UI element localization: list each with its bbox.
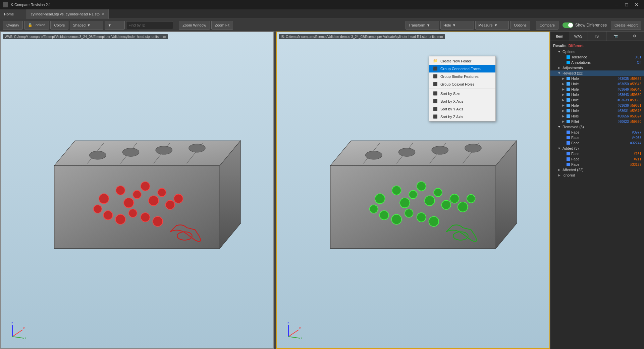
compare-button[interactable]: Compare — [536, 21, 558, 30]
settings-icon: ⚙ — [633, 34, 636, 38]
hole-row-7[interactable]: ▶ Hole #63631 #59676 — [550, 108, 644, 113]
hole-1-id2: #59559 — [630, 77, 641, 81]
added-face-2-label: Face — [571, 157, 633, 161]
ctx-sort-by-y-axis[interactable]: ⬛ Sort by Y Axis — [429, 105, 495, 113]
measure-dropdown[interactable]: Measure ▼ — [475, 21, 509, 30]
hole-2-icon — [567, 82, 570, 86]
title-bar: K-Compare Revision 2.1 ─ □ ✕ — [0, 0, 644, 9]
options-row[interactable]: ▼ Options — [550, 49, 644, 54]
added-face-1-arrow — [561, 152, 565, 156]
svg-point-26 — [174, 194, 183, 203]
close-button[interactable]: ✕ — [632, 1, 641, 8]
hole-row-6[interactable]: ▶ Hole #63636 #59661 — [550, 103, 644, 108]
overlay-button[interactable]: Overlay — [3, 21, 23, 30]
colors-button[interactable]: Colors — [50, 21, 68, 30]
added-face-2[interactable]: Face #211 — [550, 156, 644, 162]
svg-point-43 — [398, 148, 415, 156]
hole-3-id2: #59646 — [630, 88, 641, 91]
shaded-dropdown[interactable]: Shaded ▼ — [70, 21, 103, 30]
annotations-arrow — [561, 60, 565, 64]
ctx-create-new-folder[interactable]: 📁 Create New Folder — [429, 57, 495, 65]
panel-tab-settings[interactable]: ⚙ — [625, 32, 644, 41]
toggle-knob — [568, 23, 573, 28]
panel-tab-is[interactable]: IS — [588, 32, 607, 41]
added-label: Added (3) — [562, 146, 641, 150]
svg-point-54 — [380, 210, 389, 219]
panel-tab-was[interactable]: WAS — [569, 32, 588, 41]
ignored-row[interactable]: ▶ Ignored — [550, 172, 644, 178]
added-row[interactable]: ▼ Added (3) — [550, 146, 644, 151]
svg-point-57 — [417, 213, 426, 222]
removed-row[interactable]: ▼ Removed (3) — [550, 124, 644, 130]
maximize-button[interactable]: □ — [622, 1, 631, 8]
added-face-3[interactable]: Face #33122 — [550, 162, 644, 167]
ignored-label: Ignored — [562, 173, 641, 177]
panel-tab-item[interactable]: Item — [550, 32, 569, 41]
hole-row-5[interactable]: ▶ Hole #63639 #59653 — [550, 97, 644, 103]
show-differences-toggle[interactable] — [562, 22, 573, 28]
ctx-sort-by-x-axis[interactable]: ⬛ Sort by X Axis — [429, 97, 495, 105]
transform-dropdown[interactable]: Transform ▼ — [406, 21, 439, 30]
is-viewport-label: IS: C:/temp/k-compare/Esempi/Validate de… — [279, 34, 445, 39]
tab-compare[interactable]: cylinder-head.stp vs. cylinder-head R1.s… — [27, 9, 109, 19]
svg-text:X: X — [299, 327, 301, 330]
hole-7-id1: #63631 — [618, 109, 629, 113]
annotations-row: Annotations Off — [550, 60, 644, 65]
ctx-group-connected-faces[interactable]: ⬛ Group Connected Faces — [429, 65, 495, 72]
panel-tabs: Item WAS IS 📷 ⚙ — [550, 32, 644, 41]
ctx-sort-by-z-axis[interactable]: ⬛ Sort by Z Axis — [429, 113, 495, 120]
ctx-sort-by-x-label: Sort by X Axis — [440, 99, 463, 103]
removed-face-1-id: #3977 — [632, 131, 641, 134]
removed-face-3[interactable]: Face #32744 — [550, 140, 644, 146]
adjustments-label: Adjustments — [562, 66, 641, 70]
ctx-group-coaxial-holes-label: Group Coaxial Holes — [440, 82, 475, 86]
locked-button[interactable]: 🔒 Locked — [24, 21, 49, 30]
ctx-sort-by-size[interactable]: ⬛ Sort by Size — [429, 90, 495, 97]
svg-point-25 — [94, 205, 102, 213]
panel-content[interactable]: Results Different ▼ Options Tolerance 0.… — [550, 41, 644, 349]
hide-dropdown[interactable]: Hide ▼ — [440, 21, 474, 30]
fillet-row[interactable]: ▶ Fillet #60623 #59590 — [550, 119, 644, 124]
svg-point-53 — [442, 200, 451, 209]
tab-home[interactable]: Home — [0, 9, 27, 19]
svg-point-49 — [409, 190, 417, 199]
removed-face-2[interactable]: Face #4058 — [550, 135, 644, 140]
hole-row-4[interactable]: ▶ Hole #63643 #59650 — [550, 92, 644, 97]
panel-tab-camera[interactable]: 📷 — [606, 32, 625, 41]
adjustments-row[interactable]: ▶ Adjustments — [550, 65, 644, 70]
secondary-dropdown-arrow: ▼ — [108, 23, 111, 27]
zoom-fit-button[interactable]: Zoom Fit — [211, 21, 233, 30]
hole-row-1[interactable]: ▶ Hole #63035 #59559 — [550, 76, 644, 81]
was-viewport[interactable]: WAS: C:/temp/k-compare/Esempi/Validate d… — [0, 32, 274, 349]
removed-face-3-label: Face — [571, 141, 630, 145]
removed-face-1[interactable]: Face #3977 — [550, 130, 644, 135]
hole-7-label: Hole — [571, 109, 618, 113]
hole-row-8[interactable]: ▶ Hole #60656 #59624 — [550, 113, 644, 119]
tab-compare-close[interactable]: ✕ — [102, 12, 104, 16]
options-button[interactable]: Options — [510, 21, 530, 30]
hole-row-3[interactable]: ▶ Hole #63646 #59646 — [550, 87, 644, 92]
svg-line-28 — [12, 330, 22, 337]
secondary-dropdown[interactable]: ▼ — [105, 21, 125, 30]
svg-point-60 — [450, 194, 459, 203]
added-face-3-label: Face — [571, 162, 629, 166]
revised-row[interactable]: ▼ Revised (22) — [550, 70, 644, 76]
ctx-group-coaxial-holes[interactable]: ⬛ Group Coaxial Holes — [429, 80, 495, 88]
panel-tab-item-label: Item — [556, 34, 563, 38]
create-report-button[interactable]: Create Report — [611, 21, 641, 30]
annotations-label: Annotations — [571, 60, 637, 64]
hole-3-icon — [567, 88, 570, 91]
svg-point-19 — [166, 200, 175, 209]
zoom-window-button[interactable]: Zoom Window — [179, 21, 210, 30]
added-face-1[interactable]: Face #151 — [550, 151, 644, 156]
affected-row[interactable]: ▶ Affected (22) — [550, 167, 644, 172]
measure-label: Measure — [478, 23, 493, 27]
minimize-button[interactable]: ─ — [612, 1, 621, 8]
added-face-2-arrow — [561, 157, 565, 161]
hole-2-id2: #59643 — [630, 82, 641, 86]
hole-row-2[interactable]: ▶ Hole #63650 #59643 — [550, 81, 644, 87]
is-viewport[interactable]: IS: C:/temp/k-compare/Esempi/Validate de… — [276, 32, 550, 349]
hole-5-icon — [567, 98, 570, 102]
ctx-group-similar-features[interactable]: ⬛ Group Similar Features — [429, 72, 495, 80]
find-by-id-input[interactable] — [126, 21, 173, 29]
